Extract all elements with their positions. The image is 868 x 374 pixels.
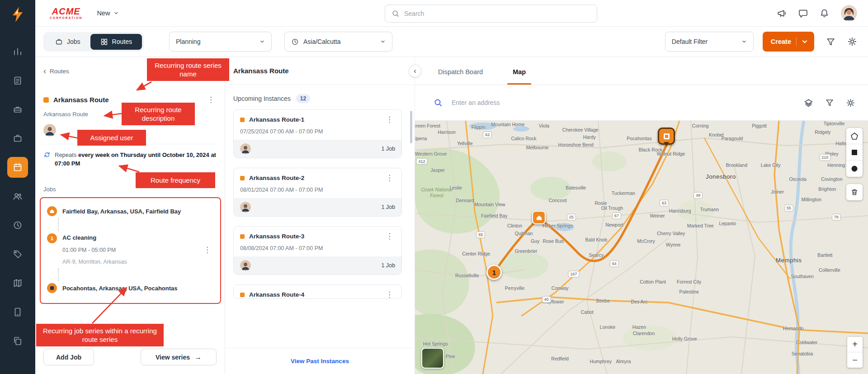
- settings-gear-icon[interactable]: [847, 37, 857, 47]
- stop-connector-line: [58, 268, 214, 281]
- view-series-button[interactable]: View series →: [141, 349, 217, 365]
- zoom-in-button[interactable]: +: [847, 337, 863, 352]
- global-search-placeholder: Search: [404, 10, 424, 17]
- dispatch-map-tabs: Dispatch Board Map: [415, 57, 868, 85]
- workspace-dropdown[interactable]: New: [97, 9, 119, 17]
- instance-card[interactable]: Arkansass Route-4 ⋮: [233, 284, 402, 299]
- nav-map-icon[interactable]: [7, 273, 28, 294]
- nav-jobs-icon[interactable]: [7, 128, 28, 149]
- home-icon: [536, 214, 542, 221]
- user-avatar[interactable]: [841, 5, 857, 21]
- route-color-swatch: [43, 97, 49, 103]
- timezone-select[interactable]: Asia/Calcutta: [284, 32, 392, 52]
- nav-devices-icon[interactable]: [7, 302, 28, 322]
- chevron-down-icon: [380, 39, 386, 44]
- satellite-view-toggle[interactable]: [421, 348, 444, 369]
- route-start-marker[interactable]: 1: [486, 265, 502, 280]
- nav-dispatch-calendar-icon[interactable]: [7, 157, 28, 178]
- instance-kebab-menu-icon[interactable]: ⋮: [384, 116, 395, 123]
- instance-time: 08/08/2024 07:00 AM - 07:00 PM: [240, 245, 395, 251]
- repeats-prefix: Repeats: [55, 151, 76, 158]
- add-job-button[interactable]: Add Job: [43, 349, 94, 365]
- map-draw-tools: [846, 128, 863, 177]
- instance-kebab-menu-icon[interactable]: ⋮: [384, 291, 395, 298]
- create-button-divider: [796, 37, 797, 46]
- back-to-routes-link[interactable]: ‹ Routes: [43, 57, 217, 75]
- tab-routes[interactable]: Routes: [90, 34, 142, 50]
- arrow-right-icon: →: [194, 353, 202, 361]
- draw-circle-tool[interactable]: [846, 161, 863, 177]
- route-details-panel: ‹ Routes Arkansass Route ⋮ Arkansass Rou…: [35, 57, 225, 374]
- instances-list[interactable]: Arkansass Route-1 ⋮ 07/25/2024 07:00 AM …: [225, 109, 415, 348]
- view-past-instances-link[interactable]: View Past Instances: [291, 358, 349, 365]
- global-search-input[interactable]: Search: [385, 5, 597, 23]
- map-canvas[interactable]: Ozark National Forest Green ForestAlpena…: [415, 121, 868, 374]
- chat-icon[interactable]: [798, 9, 808, 18]
- draw-rectangle-tool[interactable]: [846, 144, 863, 161]
- route-frequency-text: Repeats every week on Thursday until Oct…: [55, 151, 217, 168]
- map-graphics: [415, 121, 868, 374]
- create-button[interactable]: Create: [763, 32, 814, 52]
- instance-card[interactable]: Arkansass Route-3 ⋮ 08/08/2024 07:00 AM …: [233, 226, 402, 275]
- add-job-label: Add Job: [56, 354, 81, 361]
- planning-select[interactable]: Planning: [169, 32, 272, 52]
- instances-panel-title: Arkansass Route: [225, 57, 415, 85]
- nav-tags-icon[interactable]: [7, 244, 28, 265]
- instance-kebab-menu-icon[interactable]: ⋮: [384, 232, 395, 240]
- planning-select-value: Planning: [176, 38, 255, 45]
- nav-tools-icon[interactable]: [7, 99, 28, 120]
- nav-timesheets-icon[interactable]: [7, 215, 28, 236]
- instance-job-count: 1 Job: [381, 204, 395, 210]
- map-filter-funnel-icon[interactable]: [825, 98, 834, 107]
- delete-shape-tool[interactable]: [846, 184, 863, 200]
- route-color-swatch: [240, 118, 245, 122]
- instance-card[interactable]: Arkansass Route-2 ⋮ 08/01/2024 07:00 AM …: [233, 168, 402, 217]
- route-job-home-marker[interactable]: [532, 211, 546, 224]
- recurring-job-item[interactable]: 1 AC cleaning 01:00 PM - 05:00 PM AR-9, …: [47, 233, 214, 266]
- instance-title: Arkansass Route-2: [249, 175, 379, 181]
- view-series-label: View series: [156, 354, 190, 361]
- zoom-out-button[interactable]: −: [847, 352, 863, 368]
- nav-documents-icon[interactable]: [7, 331, 28, 351]
- jobs-section-label: Jobs: [43, 186, 217, 193]
- route-end-marker[interactable]: [658, 128, 675, 145]
- tab-dispatch-board[interactable]: Dispatch Board: [437, 68, 484, 85]
- end-stop-icon: [47, 283, 57, 293]
- instances-count-badge: 12: [296, 94, 310, 103]
- notifications-bell-icon[interactable]: [820, 9, 829, 18]
- upcoming-instances-label: Upcoming Instances: [233, 95, 291, 102]
- scrollbar-thumb[interactable]: [410, 111, 412, 143]
- filter-funnel-icon[interactable]: [826, 37, 835, 47]
- instance-title: Arkansass Route-4: [249, 291, 379, 298]
- grid-icon: [100, 38, 108, 46]
- tab-jobs[interactable]: Jobs: [45, 34, 90, 50]
- chevron-down-icon: [113, 10, 119, 16]
- default-filter-select[interactable]: Default Filter: [665, 32, 754, 52]
- nav-teams-icon[interactable]: [7, 186, 28, 207]
- route-end-stop[interactable]: Pocahontas, Arkansas, USA, Pocahontas: [47, 283, 214, 293]
- draw-polygon-tool[interactable]: [846, 128, 863, 144]
- nav-workorders-icon[interactable]: [7, 70, 28, 91]
- workspace-label: New: [97, 9, 110, 17]
- map-layers-icon[interactable]: [804, 98, 813, 108]
- chevron-down-icon: [259, 39, 265, 44]
- route-kebab-menu-icon[interactable]: ⋮: [205, 96, 217, 104]
- tab-map[interactable]: Map: [512, 68, 527, 85]
- map-settings-gear-icon[interactable]: [846, 98, 855, 108]
- instances-panel: Arkansass Route Upcoming Instances 12 Ar…: [225, 57, 415, 374]
- address-search-input[interactable]: Enter an address: [452, 99, 792, 106]
- announcements-icon[interactable]: [777, 9, 787, 18]
- route-start-stop[interactable]: Fairfield Bay, Arkansas, USA, Fairfield …: [47, 206, 214, 216]
- collapse-panel-button[interactable]: ‹: [409, 65, 421, 77]
- trash-icon: [850, 188, 859, 196]
- job-kebab-menu-icon[interactable]: ⋮: [202, 246, 213, 254]
- instance-card[interactable]: Arkansass Route-1 ⋮ 07/25/2024 07:00 AM …: [233, 109, 402, 158]
- end-stop-label: Pocahontas, Arkansas, USA, Pocahontas: [62, 285, 178, 292]
- briefcase-icon: [55, 38, 63, 46]
- app-logo-icon[interactable]: [8, 5, 27, 24]
- instance-time: 07/25/2024 07:00 AM - 07:00 PM: [240, 128, 395, 135]
- assigned-user-avatar[interactable]: [43, 124, 56, 137]
- instance-kebab-menu-icon[interactable]: ⋮: [384, 174, 395, 182]
- nav-analytics-icon[interactable]: [7, 41, 28, 62]
- job-title: AC cleaning: [62, 233, 214, 242]
